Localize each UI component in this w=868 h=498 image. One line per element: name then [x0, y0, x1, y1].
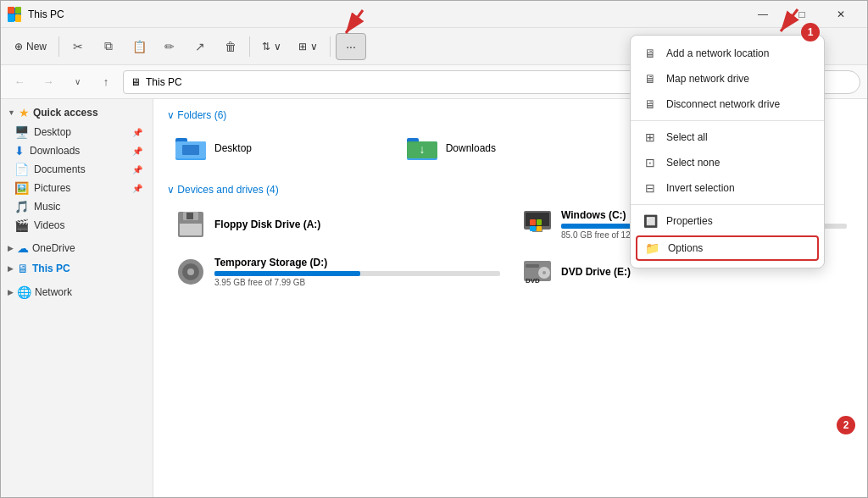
main-window: This PC — □ ✕ ⊕ New ✂ ⧉ 📋 ✏ ↗ 🗑 ⇅ ∨ ⊞ ∨ … — [0, 0, 868, 498]
more-icon: ··· — [346, 40, 356, 53]
svg-text:DVD: DVD — [526, 277, 540, 285]
new-button[interactable]: ⊕ New — [8, 37, 53, 56]
chevron-down-icon: ▼ — [8, 108, 15, 117]
floppy-info: Floppy Disk Drive (A:) — [214, 219, 500, 230]
menu-select-all-label: Select all — [666, 131, 708, 143]
sidebar-music-label: Music — [34, 201, 60, 213]
menu-item-disconnect[interactable]: 🖥 Disconnect network drive — [631, 99, 824, 117]
close-button[interactable]: ✕ — [821, 1, 860, 28]
menu-options-label: Options — [668, 242, 703, 254]
sidebar-section-network[interactable]: ▶ 🌐 Network — [1, 282, 153, 302]
view-button[interactable]: ⊞ ∨ — [292, 37, 325, 56]
temp-drive-space: 3.95 GB free of 7.99 GB — [214, 278, 500, 287]
rename-button[interactable]: ✏ — [156, 33, 183, 60]
sidebar-downloads-label: Downloads — [30, 145, 80, 157]
sidebar-item-desktop[interactable]: 🖥️ Desktop 📌 — [4, 123, 149, 141]
videos-icon: 🎬 — [14, 219, 29, 232]
floppy-icon — [174, 209, 208, 240]
desktop-icon: 🖥️ — [14, 125, 29, 139]
sidebar-item-documents[interactable]: 📄 Documents 📌 — [4, 160, 149, 179]
chevron-right-icon-pc: ▶ — [8, 264, 14, 273]
svg-rect-25 — [526, 264, 539, 268]
star-icon: ★ — [19, 106, 30, 119]
sidebar-item-pictures[interactable]: 🖼️ Pictures 📌 — [4, 179, 149, 197]
svg-point-23 — [187, 268, 194, 275]
sidebar: ▼ ★ Quick access 🖥️ Desktop 📌 ⬇ Download… — [1, 99, 153, 497]
menu-item-invert[interactable]: ⊟ Invert selection — [631, 175, 824, 201]
network-label: Network — [35, 286, 72, 298]
chevron-right-icon-net: ▶ — [8, 288, 14, 296]
address-text: This PC — [146, 76, 182, 88]
sidebar-item-videos[interactable]: 🎬 Videos — [4, 216, 149, 235]
music-icon: 🎵 — [14, 200, 29, 213]
sidebar-section-this-pc[interactable]: ▶ 🖥 This PC — [1, 258, 153, 279]
documents-icon: 📄 — [14, 163, 29, 176]
main-content: ▼ ★ Quick access 🖥️ Desktop 📌 ⬇ Download… — [1, 99, 867, 497]
dropdown-button[interactable]: ∨ — [65, 70, 89, 94]
sidebar-item-music[interactable]: 🎵 Music — [4, 197, 149, 216]
back-button[interactable]: ← — [8, 70, 31, 94]
svg-point-27 — [542, 271, 546, 274]
sidebar-section-onedrive[interactable]: ▶ ☁ OneDrive — [1, 238, 153, 258]
folder-icon-desktop — [174, 135, 208, 162]
this-pc-icon: 🖥 — [17, 262, 29, 275]
select-all-icon: ⊞ — [643, 130, 658, 145]
forward-button[interactable]: → — [36, 70, 60, 94]
menu-select-none-label: Select none — [666, 157, 720, 169]
window-title: This PC — [28, 8, 743, 20]
logo-q4 — [15, 14, 22, 22]
menu-item-select-all[interactable]: ⊞ Select all — [631, 125, 824, 150]
sidebar-pictures-label: Pictures — [34, 182, 70, 194]
options-icon: 📁 — [644, 241, 659, 256]
quick-access-label: Quick access — [33, 107, 98, 119]
svg-rect-17 — [180, 224, 202, 235]
menu-separator-2 — [631, 204, 824, 205]
windows-logo — [8, 7, 21, 22]
menu-disconnect-label: Disconnect network drive — [666, 99, 780, 110]
cut-button[interactable]: ✂ — [64, 33, 92, 60]
context-menu: 🖥 Add a network location 🖥 Map network d… — [630, 99, 825, 268]
folder-item-desktop[interactable]: Desktop — [167, 130, 392, 167]
title-bar: This PC — □ ✕ — [1, 1, 867, 28]
sort-icon: ⇅ — [262, 41, 270, 53]
copy-button[interactable]: ⧉ — [95, 33, 122, 60]
more-options-button[interactable]: ··· — [336, 33, 366, 60]
up-button[interactable]: ↑ — [94, 70, 118, 94]
menu-invert-label: Invert selection — [666, 182, 735, 194]
pictures-icon: 🖼️ — [14, 181, 29, 195]
minimize-button[interactable]: — — [743, 1, 782, 28]
sidebar-desktop-label: Desktop — [34, 126, 71, 138]
share-button[interactable]: ↗ — [186, 33, 214, 60]
sort-chevron: ∨ — [274, 41, 281, 53]
folder-item-downloads[interactable]: ↓ Downloads — [398, 130, 623, 167]
pin-icon-downloads: 📌 — [132, 147, 142, 156]
folder-desktop-name: Desktop — [214, 142, 252, 154]
svg-rect-16 — [186, 213, 193, 219]
pin-icon-docs: 📌 — [132, 165, 142, 174]
floppy-name: Floppy Disk Drive (A:) — [214, 219, 500, 230]
window-controls: — □ ✕ — [743, 1, 860, 28]
windows-drive-icon — [520, 209, 554, 240]
annotation-circle-1: 1 — [801, 23, 820, 42]
annotation-circle-2: 2 — [837, 416, 855, 434]
delete-button[interactable]: 🗑 — [217, 33, 244, 60]
properties-icon: 🔲 — [643, 213, 658, 229]
logo-q3 — [8, 14, 14, 22]
sidebar-section-quick-access[interactable]: ▼ ★ Quick access — [1, 102, 153, 123]
this-pc-label: This PC — [32, 263, 70, 274]
temp-drive-info: Temporary Storage (D:) 3.95 GB free of 7… — [214, 257, 500, 287]
new-icon: ⊕ — [14, 41, 23, 53]
maximize-button[interactable]: □ — [782, 1, 821, 28]
address-box[interactable]: 🖥 This PC — [123, 70, 686, 94]
menu-item-properties[interactable]: 🔲 Properties — [631, 208, 824, 234]
paste-button[interactable]: 📋 — [125, 33, 153, 60]
folder-icon-downloads: ↓ — [405, 135, 439, 162]
drive-item-floppy[interactable]: Floppy Disk Drive (A:) — [167, 204, 507, 245]
menu-item-select-none[interactable]: ⊡ Select none — [631, 150, 824, 175]
sidebar-item-downloads[interactable]: ⬇ Downloads 📌 — [4, 141, 149, 160]
menu-separator-1 — [631, 120, 824, 121]
sort-button[interactable]: ⇅ ∨ — [255, 37, 288, 56]
toolbar-separator-3 — [330, 36, 331, 57]
drive-item-temp[interactable]: Temporary Storage (D:) 3.95 GB free of 7… — [167, 252, 507, 292]
menu-item-options[interactable]: 📁 Options — [636, 235, 819, 261]
